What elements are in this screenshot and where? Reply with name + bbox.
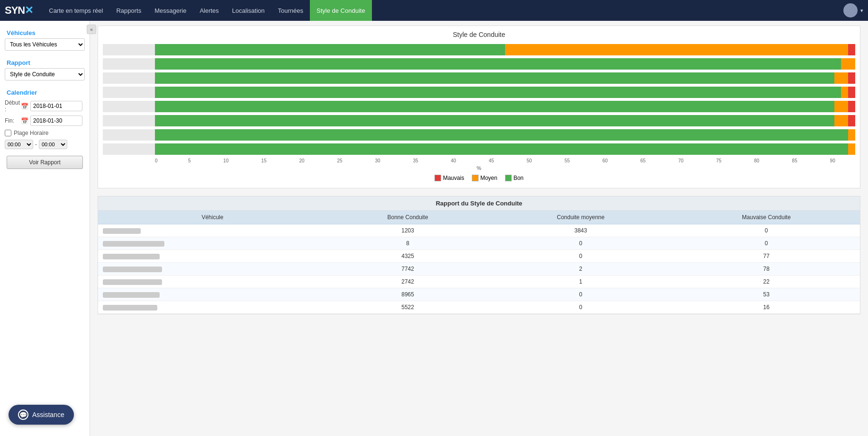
bonne-6: 5522	[327, 301, 488, 314]
navbar: SYN✕ Carte en temps réel Rapports Messag…	[0, 0, 868, 21]
bar-segments-3	[155, 87, 855, 98]
bar-orange-4	[834, 101, 849, 112]
mauvaise-6: 16	[673, 301, 860, 314]
report-table: Véhicule Bonne Conduite Conduite moyenne…	[98, 211, 860, 314]
bar-green-0	[155, 44, 505, 55]
vehicule-blur-1	[103, 241, 164, 247]
chart-title: Style de Conduite	[103, 31, 855, 38]
legend-bon-color	[505, 175, 512, 181]
bar-green-7	[155, 143, 848, 155]
main-layout: « Véhicules Tous les Véhicules Rapport S…	[0, 21, 868, 436]
table-row: 4325 0 77	[98, 250, 860, 263]
legend-mauvais: Mauvais	[434, 175, 464, 181]
bar-green-4	[155, 101, 834, 112]
chart-legend: Mauvais Moyen Bon	[103, 175, 855, 181]
calendar-icon-debut: 📅	[21, 103, 28, 110]
bonne-2: 4325	[327, 250, 488, 263]
nav-alertes[interactable]: Alertes	[193, 0, 225, 21]
table-container: Rapport du Style de Conduite Véhicule Bo…	[98, 196, 860, 314]
moyenne-1: 0	[488, 237, 673, 250]
x-axis-ticks: 0 5 10 15 20 25 30 35 40 45 50 55 60 65 …	[155, 156, 855, 163]
bar-label-4	[103, 101, 155, 112]
assistance-icon: 💬	[18, 409, 28, 420]
vehicule-blur-2	[103, 254, 160, 259]
bar-segments-0	[155, 44, 855, 55]
nav-carte[interactable]: Carte en temps réel	[42, 0, 109, 21]
bar-orange-2	[834, 72, 849, 84]
moyenne-4: 1	[488, 276, 673, 288]
plage-row: Plage Horaire	[0, 127, 90, 139]
time-start-select[interactable]: 00:00	[5, 140, 33, 149]
x-axis-label: %	[103, 165, 855, 171]
bar-segments-5	[155, 115, 855, 126]
bonne-3: 7742	[327, 263, 488, 276]
bar-orange-6	[848, 129, 855, 141]
bar-label-6	[103, 129, 155, 141]
sidebar: « Véhicules Tous les Véhicules Rapport S…	[0, 21, 90, 436]
bar-red-4	[848, 101, 855, 112]
bar-green-3	[155, 87, 841, 98]
moyenne-3: 2	[488, 263, 673, 276]
table-row: 8965 0 53	[98, 288, 860, 301]
mauvaise-5: 53	[673, 288, 860, 301]
chart-bars-area	[103, 44, 855, 156]
plage-checkbox[interactable]	[5, 130, 11, 136]
user-dropdown-arrow[interactable]: ▾	[860, 8, 863, 14]
bar-green-2	[155, 72, 834, 84]
vehicule-blur-4	[103, 279, 162, 285]
time-separator: -	[35, 141, 37, 148]
nav-style-conduite[interactable]: Style de Conduite	[310, 0, 372, 21]
main-content: Style de Conduite	[90, 21, 868, 436]
th-vehicule: Véhicule	[98, 211, 327, 224]
bar-segments-7	[155, 143, 855, 155]
bar-segments-6	[155, 129, 855, 141]
vehicule-blur-6	[103, 305, 157, 311]
debut-label: Début :	[5, 99, 19, 113]
sidebar-collapse-btn[interactable]: «	[87, 25, 96, 34]
legend-bon: Bon	[505, 175, 524, 181]
bar-orange-3	[841, 87, 848, 98]
chart-bar-row-1	[103, 58, 855, 70]
th-mauvaise: Mauvaise Conduite	[673, 211, 860, 224]
legend-bon-label: Bon	[514, 175, 524, 181]
bar-label-7	[103, 143, 155, 155]
moyenne-5: 0	[488, 288, 673, 301]
chart-bar-row-7	[103, 143, 855, 155]
fin-input[interactable]	[30, 116, 82, 126]
bar-label-2	[103, 72, 155, 84]
bar-segments-1	[155, 58, 855, 70]
bar-segments-2	[155, 72, 855, 84]
table-row: 2742 1 22	[98, 276, 860, 288]
bonne-1: 8	[327, 237, 488, 250]
vehicules-select[interactable]: Tous les Véhicules	[5, 38, 85, 51]
mauvaise-3: 78	[673, 263, 860, 276]
chart-bar-row-4	[103, 101, 855, 112]
bar-label-5	[103, 115, 155, 126]
calendrier-label: Calendrier	[0, 85, 90, 98]
avatar[interactable]	[843, 3, 858, 18]
chart-container: Style de Conduite	[98, 26, 860, 188]
bar-label-1	[103, 58, 155, 70]
nav-rapports[interactable]: Rapports	[109, 0, 148, 21]
chart-bar-row-2	[103, 72, 855, 84]
moyenne-0: 3843	[488, 224, 673, 237]
rapport-select[interactable]: Style de Conduite	[5, 68, 85, 80]
bar-label-3	[103, 87, 155, 98]
debut-row: Début : 📅	[0, 98, 90, 114]
legend-moyen-label: Moyen	[480, 175, 497, 181]
mauvaise-1: 0	[673, 237, 860, 250]
chart-bar-row-3	[103, 87, 855, 98]
bonne-5: 8965	[327, 288, 488, 301]
nav-tournees[interactable]: Tournées	[271, 0, 310, 21]
debut-input[interactable]	[30, 101, 82, 111]
assistance-button[interactable]: 💬 Assistance	[9, 405, 74, 425]
voir-rapport-button[interactable]: Voir Rapport	[7, 156, 83, 169]
time-end-select[interactable]: 00:00	[39, 140, 67, 149]
table-row: 1203 3843 0	[98, 224, 860, 237]
nav-localisation[interactable]: Localisation	[226, 0, 271, 21]
nav-messagerie[interactable]: Messagerie	[148, 0, 193, 21]
bar-orange-0	[505, 44, 848, 55]
vehicule-blur-3	[103, 267, 162, 272]
rapport-label: Rapport	[0, 55, 90, 68]
vehicules-label: Véhicules	[0, 26, 90, 38]
